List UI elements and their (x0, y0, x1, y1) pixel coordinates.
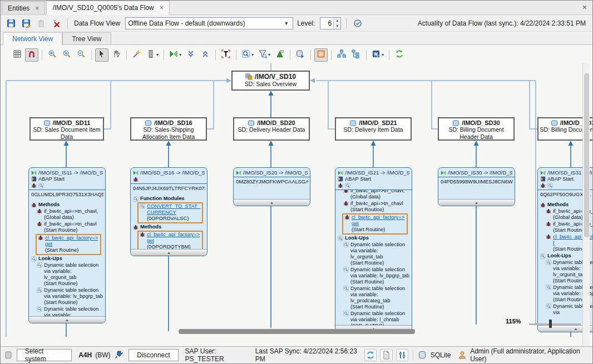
highlight-button[interactable] (314, 48, 328, 62)
transformation-item[interactable]: cl_bw4c_api_factory=>get(Start Routine) (36, 234, 101, 255)
text-button[interactable] (219, 48, 233, 62)
tab-network-view[interactable]: Network View (3, 32, 62, 45)
window-close-icon[interactable]: × (582, 3, 587, 12)
spin-up-icon[interactable]: ▲ (334, 18, 340, 23)
levels-button[interactable]: ▾ (145, 48, 160, 62)
item-detail: (Start Routine) (350, 279, 410, 285)
dso-node-2[interactable]: /IMO/D_SD16SD: Sales-Shipping Allocation… (130, 117, 207, 141)
search-button[interactable]: ▾ (240, 48, 255, 62)
vertical-scrollbar-thumb[interactable] (584, 73, 589, 237)
data-flow-view-select[interactable]: Offline Data Flow - default (downwards) … (125, 17, 293, 29)
collapse-handle[interactable]: ▲ (131, 249, 207, 256)
refresh-button[interactable] (393, 48, 406, 62)
report-button[interactable] (380, 349, 392, 361)
transformation-header: /IMO/SD_IS21 -> /IMO/D_SD21ABAP Start (335, 168, 412, 190)
dropdown-arrow-icon[interactable]: ▾ (251, 52, 254, 57)
transformation-button[interactable]: ▾ (167, 48, 183, 62)
log-icon[interactable] (4, 350, 13, 360)
zoom-fit-button[interactable] (60, 48, 73, 62)
compare-button[interactable] (396, 349, 408, 361)
word-export-button[interactable]: ▾ (370, 48, 386, 62)
lookup-icon[interactable] (345, 183, 350, 188)
zoom-in-button[interactable] (46, 48, 59, 62)
transformation-item[interactable]: cl_bw4c_api_factory=>get(Start Routine) (342, 213, 408, 235)
level-spinner[interactable]: 6 ▲▼ (320, 17, 341, 29)
node-description: SD: Sales Overview (234, 81, 308, 88)
dropdown-arrow-icon[interactable]: ▾ (179, 52, 181, 57)
abap-routine-icon[interactable] (338, 183, 343, 188)
item-row: Dynamic table selection via variable: l_… (343, 311, 410, 323)
close-icon[interactable]: × (160, 4, 164, 12)
node-v-sd10[interactable]: /IMO/V_SD10 SD: Sales Overview (231, 71, 310, 91)
button-label: Disconnect (137, 351, 170, 359)
statusbar-separator (413, 350, 413, 361)
dropdown-arrow-icon[interactable]: ▾ (268, 52, 270, 57)
sync-status-button[interactable] (352, 17, 364, 29)
horizontal-scrollbar[interactable] (179, 329, 415, 334)
network-layout-button[interactable] (335, 48, 348, 62)
chevron-down-icon[interactable]: ▼ (282, 21, 290, 26)
transformation-box-5[interactable]: /IMO/SD_IS30 -> /IMO/D_SD3004PD55998W9UI… (438, 167, 515, 206)
lookup-icon[interactable] (38, 183, 44, 188)
save-button[interactable] (5, 17, 17, 29)
delete-button[interactable] (35, 17, 47, 29)
collapse-handle[interactable]: ▲ (438, 199, 515, 206)
code-link[interactable]: cl_bw4c_api_factory=>get (147, 232, 201, 244)
delete-data-flow-button[interactable] (50, 17, 62, 29)
plug-icon (114, 350, 123, 360)
dropdown-arrow-icon[interactable]: ▾ (156, 52, 159, 57)
vertical-scrollbar[interactable] (582, 63, 590, 346)
abap-routine-icon[interactable] (540, 183, 546, 188)
collapse-handle[interactable]: ▲ (29, 316, 105, 323)
spin-down-icon[interactable]: ▼ (334, 23, 340, 29)
transformation-icon (441, 170, 446, 176)
zoom-slider-handle[interactable] (549, 320, 552, 328)
transformation-item[interactable]: CONVERT_TO_STAT_CURRENCY(0OPORDVALSC) (137, 202, 203, 223)
pan-button[interactable] (110, 48, 123, 62)
save-as-button[interactable] (20, 17, 32, 29)
export-button[interactable] (294, 48, 307, 62)
magnet-button[interactable] (25, 48, 38, 62)
disconnect-button[interactable]: Disconnect (129, 349, 178, 361)
toolbar-separator (331, 50, 332, 60)
dso-node-5[interactable]: /IMO/D_SD30SD: Billing Document Header D… (438, 117, 515, 141)
collapse-handle[interactable]: ▲ (234, 199, 310, 206)
grid-button[interactable] (11, 48, 24, 62)
pan-icon (112, 49, 121, 60)
tab-tree-view[interactable]: Tree View (62, 32, 111, 44)
toolbar-separator (310, 50, 311, 60)
zoom-out-button[interactable] (75, 48, 88, 62)
magnet-icon (27, 49, 36, 60)
filter-go-button[interactable] (273, 48, 286, 62)
transformation-item[interactable]: cl_bw4c_api_factory=>get(0OPORDQTYBM) (137, 231, 203, 249)
code-link[interactable]: cl_bw4c_api_factory=>get (45, 235, 99, 247)
transformation-box-1[interactable]: /IMO/SD_IS11 -> /IMO/D_SD11ABAP Start0GL… (28, 167, 106, 323)
tab-entities[interactable]: Entities × (2, 1, 45, 14)
abap-routine-icon[interactable] (133, 177, 139, 182)
abap-routine-icon[interactable] (31, 183, 37, 188)
tab-label: Entities (8, 4, 29, 12)
select-button[interactable] (95, 48, 108, 62)
dso-node-4[interactable]: /IMO/D_SD21SD: Delivery Item Data (335, 117, 412, 141)
dropdown-arrow-icon[interactable]: ▾ (382, 52, 384, 57)
filter-button[interactable]: ▾ (256, 48, 272, 62)
select-system-button[interactable]: Select system (17, 349, 72, 361)
transformation-box-4[interactable]: /IMO/SD_IS21 -> /IMO/D_SD21ABAP Startif_… (335, 167, 412, 332)
tab-data-flow[interactable]: /IMO/V_SD10_Q0005's Data Flow × (46, 1, 169, 15)
auto-layout-button[interactable] (130, 48, 144, 62)
dso-node-1[interactable]: /IMO/D_SD11SD: Sales Document Item Data (29, 117, 104, 141)
expand-all-button[interactable] (199, 48, 212, 62)
refresh-sync-button[interactable] (364, 349, 377, 361)
close-icon[interactable]: × (35, 4, 39, 12)
code-link[interactable]: CONVERT_TO_STAT_CURRENCY (147, 203, 201, 216)
dso-node-3[interactable]: /IMO/D_SD20SD: Delivery Header Data (233, 117, 310, 141)
lookup-icon[interactable] (547, 183, 553, 188)
zoom-slider[interactable] (529, 323, 581, 325)
transformation-box-3[interactable]: /IMO/SD_IS20 -> /IMO/D_SD200MZ80ZYJMOFKW… (233, 167, 310, 206)
code-link[interactable]: cl_bw4c_api_factory=>get (352, 215, 406, 227)
collapse-all-button[interactable] (184, 48, 197, 62)
sap-user-label: SAP User: PS_TESTER (185, 347, 252, 363)
tree-layout-button[interactable] (349, 48, 363, 62)
transformation-box-2[interactable]: /IMO/SD_IS16 -> /IMO/D_SD1604N5JPJ4JX69T… (130, 167, 207, 256)
data-flow-canvas[interactable]: /IMO/V_SD10 SD: Sales Overview /IMO/D_SD… (1, 63, 592, 346)
